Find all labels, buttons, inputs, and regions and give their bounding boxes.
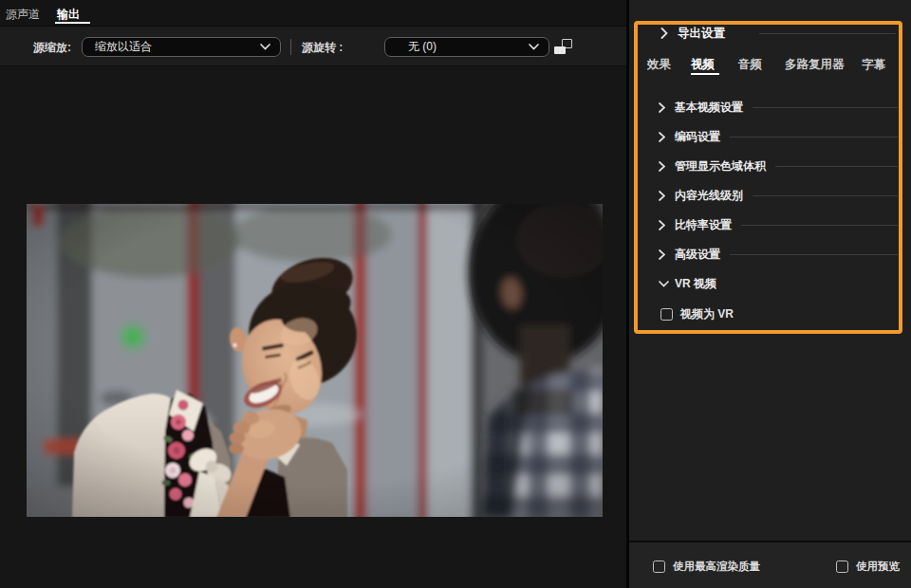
toolbar-separator (290, 39, 291, 55)
section-color-gamut-volume[interactable]: 管理显示色域体积 (659, 153, 898, 179)
use-previews-label: 使用预览 (856, 560, 900, 574)
section-advanced-settings[interactable]: 高级设置 (659, 241, 898, 267)
section-label: VR 视频 (675, 276, 716, 292)
chevron-down-icon (659, 281, 670, 287)
section-label: 编码设置 (675, 129, 720, 145)
chevron-right-icon (660, 28, 668, 39)
chevron-down-icon (529, 44, 539, 50)
use-previews-row: 使用预览 (836, 560, 900, 574)
max-render-quality-checkbox[interactable] (653, 560, 665, 573)
tab-audio[interactable]: 音频 (738, 57, 762, 73)
preview-panel: 源声道 输出 源缩放: 缩放以适合 源旋转 : 无 (0) (0, 0, 626, 588)
section-label: 管理显示色域体积 (675, 158, 766, 175)
source-scaling-label: 源缩放: (33, 40, 71, 56)
export-settings-title: 导出设置 (678, 26, 725, 42)
tab-effects[interactable]: 效果 (647, 57, 671, 73)
max-render-quality-label: 使用最高渲染质量 (673, 560, 760, 574)
chevron-right-icon (659, 132, 670, 142)
section-label: 内容光线级别 (675, 188, 743, 204)
source-scaling-value: 缩放以适合 (95, 39, 152, 55)
section-encoding-settings[interactable]: 编码设置 (659, 123, 898, 150)
chevron-right-icon (659, 191, 670, 201)
source-rotation-select[interactable]: 无 (0) (384, 37, 549, 57)
overlapping-frames-icon[interactable] (554, 39, 572, 54)
section-basic-video-settings[interactable]: 基本视频设置 (659, 94, 898, 120)
tab-multiplexer[interactable]: 多路复用器 (785, 57, 845, 73)
max-render-quality-row: 使用最高渲染质量 (653, 560, 760, 574)
section-bitrate-settings[interactable]: 比特率设置 (659, 211, 898, 238)
video-is-vr-row: 视频为 VR (660, 304, 734, 323)
chevron-right-icon (659, 161, 670, 172)
frame-fill (554, 46, 566, 54)
video-preview-area (0, 66, 626, 588)
video-is-vr-label: 视频为 VR (680, 306, 734, 322)
export-settings-window: 源声道 输出 源缩放: 缩放以适合 源旋转 : 无 (0) (0, 0, 911, 588)
section-vr-video[interactable]: VR 视频 (659, 270, 898, 297)
tab-output[interactable]: 输出 (57, 7, 80, 23)
active-tab-underline (55, 22, 90, 24)
source-scaling-select[interactable]: 缩放以适合 (82, 37, 281, 57)
section-label: 基本视频设置 (675, 100, 743, 116)
section-label: 比特率设置 (675, 217, 732, 233)
section-divider-line (775, 166, 898, 167)
preview-toolbar: 源缩放: 缩放以适合 源旋转 : 无 (0) (0, 27, 626, 66)
export-settings-panel: 导出设置 效果 视频 音频 多路复用器 字幕 基本视频设置 编码设置 管理显示色… (629, 0, 911, 588)
section-label: 高级设置 (675, 247, 720, 263)
section-divider-line (730, 137, 898, 138)
tab-source-channels[interactable]: 源声道 (6, 7, 40, 23)
tab-video[interactable]: 视频 (691, 57, 715, 73)
section-divider-line (753, 107, 898, 108)
header-divider-line (759, 33, 896, 34)
chevron-right-icon (659, 220, 670, 230)
section-divider-line (753, 195, 898, 196)
chevron-right-icon (659, 249, 670, 260)
tab-captions[interactable]: 字幕 (862, 57, 885, 73)
use-previews-checkbox[interactable] (836, 560, 848, 573)
chevron-down-icon (260, 44, 270, 50)
render-options-footer: 使用最高渲染质量 使用预览 (629, 541, 911, 588)
preview-tabbar: 源声道 输出 (0, 0, 626, 27)
video-still-illustration (27, 204, 603, 517)
source-rotation-value: 无 (0) (408, 39, 437, 55)
source-rotation-label: 源旋转 : (302, 40, 343, 56)
chevron-right-icon (659, 102, 670, 113)
video-frame (27, 204, 603, 517)
export-settings-header[interactable]: 导出设置 (629, 26, 911, 41)
video-is-vr-checkbox[interactable] (660, 308, 673, 321)
section-divider-line (730, 254, 898, 255)
section-content-light-level[interactable]: 内容光线级别 (659, 182, 898, 209)
section-divider-line (741, 225, 898, 226)
active-tab-underline (691, 73, 719, 75)
